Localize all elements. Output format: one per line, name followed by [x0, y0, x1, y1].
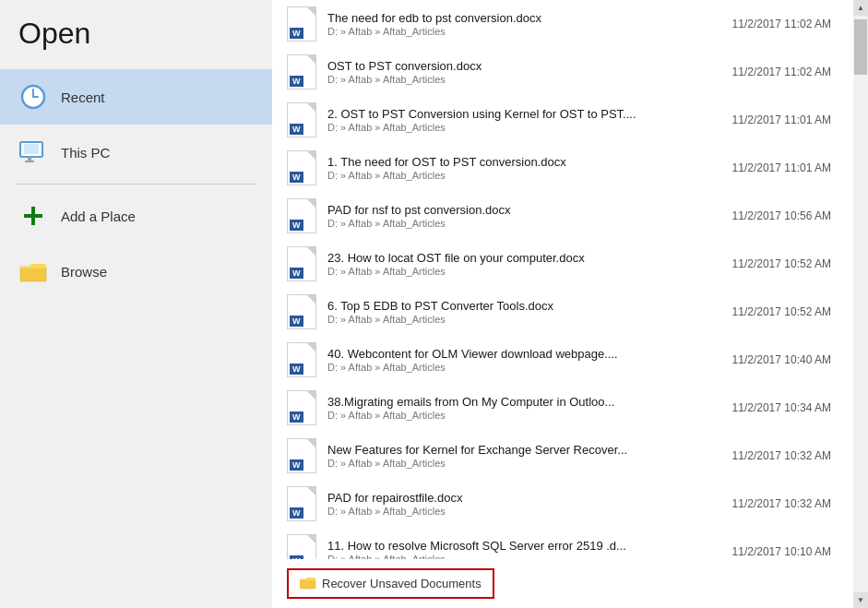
file-date: 11/2/2017 11:02 AM [732, 18, 831, 30]
file-info: 1. The need for OST to PST conversion.do… [327, 155, 721, 181]
file-name: The need for edb to pst conversion.docx [327, 11, 721, 25]
file-item[interactable]: W 23. How to locat OST file on your comp… [272, 240, 853, 288]
file-item[interactable]: W 2. OST to PST Conversion using Kernel … [272, 96, 853, 144]
word-doc-icon: W [287, 534, 316, 559]
file-info: 11. How to resolve Microsoft SQL Server … [327, 539, 721, 559]
file-path: D: » Aftab » Aftab_Articles [327, 410, 721, 421]
word-doc-icon: W [287, 6, 316, 42]
file-date: 11/2/2017 11:01 AM [732, 113, 831, 126]
file-item[interactable]: W OST to PST conversion.docx D: » Aftab … [272, 48, 853, 96]
file-path: D: » Aftab » Aftab_Articles [327, 74, 721, 85]
word-doc-icon: W [287, 438, 316, 473]
recover-button-label: Recover Unsaved Documents [322, 577, 482, 590]
file-name: 38.Migrating emails from On My Computer … [327, 395, 721, 409]
file-name: 23. How to locat OST file on your comput… [327, 251, 721, 265]
file-date: 11/2/2017 10:34 AM [732, 401, 831, 414]
word-doc-icon: W [287, 294, 316, 329]
sidebar-item-this-pc[interactable]: This PC [0, 125, 272, 180]
recover-unsaved-button[interactable]: Recover Unsaved Documents [287, 568, 494, 599]
file-info: PAD for repairostfile.docx D: » Aftab » … [327, 491, 721, 517]
svg-rect-4 [24, 144, 39, 154]
file-item[interactable]: W 38.Migrating emails from On My Compute… [272, 384, 853, 432]
bottom-bar: Recover Unsaved Documents [272, 559, 853, 608]
file-path: D: » Aftab » Aftab_Articles [327, 122, 721, 133]
page-title: Open [0, 0, 272, 69]
sidebar-item-recent[interactable]: Recent [0, 69, 272, 125]
file-item[interactable]: W 40. Webcontent for OLM Viewer download… [272, 336, 853, 384]
file-path: D: » Aftab » Aftab_Articles [327, 218, 721, 229]
file-name: 40. Webcontent for OLM Viewer download w… [327, 347, 721, 361]
file-item[interactable]: W New Features for Kernel for Exchange S… [272, 432, 853, 480]
file-path: D: » Aftab » Aftab_Articles [327, 458, 721, 469]
sidebar-item-recent-label: Recent [61, 89, 105, 105]
file-info: The need for edb to pst conversion.docx … [327, 11, 721, 37]
word-badge: W [290, 411, 303, 423]
file-item[interactable]: W 1. The need for OST to PST conversion.… [272, 144, 853, 192]
scrollbar[interactable]: ▲ ▼ [853, 0, 868, 608]
word-doc-icon: W [287, 342, 316, 377]
sidebar: Open Recent This PC [0, 0, 272, 608]
file-item[interactable]: W 6. Top 5 EDB to PST Converter Tools.do… [272, 288, 853, 336]
file-date: 11/2/2017 10:56 AM [732, 209, 831, 222]
scroll-track[interactable] [853, 16, 868, 592]
file-info: 23. How to locat OST file on your comput… [327, 251, 721, 277]
scroll-up-arrow[interactable]: ▲ [853, 0, 868, 16]
file-date: 11/2/2017 10:40 AM [732, 353, 831, 366]
pc-icon [18, 137, 48, 167]
sidebar-item-this-pc-label: This PC [61, 145, 110, 161]
file-date: 11/2/2017 11:02 AM [732, 66, 831, 78]
word-doc-icon: W [287, 54, 316, 89]
word-doc-icon: W [287, 390, 316, 425]
file-item[interactable]: W PAD for repairostfile.docx D: » Aftab … [272, 480, 853, 528]
file-date: 11/2/2017 10:52 AM [732, 305, 831, 318]
word-badge: W [290, 268, 303, 279]
word-doc-icon: W [287, 102, 316, 137]
file-date: 11/2/2017 10:10 AM [732, 545, 831, 558]
file-name: 11. How to resolve Microsoft SQL Server … [327, 539, 721, 553]
file-path: D: » Aftab » Aftab_Articles [327, 506, 721, 517]
file-path: D: » Aftab » Aftab_Articles [327, 314, 721, 325]
word-badge: W [290, 76, 303, 87]
svg-rect-11 [300, 579, 315, 589]
sidebar-item-browse[interactable]: Browse [0, 244, 272, 299]
svg-rect-6 [25, 161, 34, 162]
word-badge: W [290, 220, 303, 231]
file-info: New Features for Kernel for Exchange Ser… [327, 443, 721, 469]
file-info: 2. OST to PST Conversion using Kernel fo… [327, 107, 721, 133]
sidebar-item-browse-label: Browse [61, 264, 107, 280]
scroll-thumb[interactable] [854, 19, 867, 75]
word-badge: W [290, 555, 303, 559]
add-place-icon [18, 201, 48, 231]
word-badge: W [290, 124, 303, 135]
sidebar-item-add-place[interactable]: Add a Place [0, 188, 272, 244]
word-badge: W [290, 507, 303, 519]
svg-rect-8 [24, 214, 42, 218]
sidebar-divider [15, 184, 257, 185]
file-date: 11/2/2017 11:01 AM [732, 161, 831, 174]
file-date: 11/2/2017 10:32 AM [732, 449, 831, 462]
file-list: W The need for edb to pst conversion.doc… [272, 0, 853, 559]
recover-folder-icon [300, 575, 316, 592]
word-doc-icon: W [287, 246, 316, 281]
word-badge: W [290, 316, 303, 327]
file-name: OST to PST conversion.docx [327, 59, 721, 73]
file-path: D: » Aftab » Aftab_Articles [327, 26, 721, 37]
main-content: W The need for edb to pst conversion.doc… [272, 0, 853, 608]
file-item[interactable]: W PAD for nsf to pst conversion.docx D: … [272, 192, 853, 240]
svg-rect-10 [20, 267, 46, 281]
word-badge: W [290, 172, 303, 183]
file-name: New Features for Kernel for Exchange Ser… [327, 443, 721, 457]
file-name: PAD for repairostfile.docx [327, 491, 721, 505]
file-item[interactable]: W The need for edb to pst conversion.doc… [272, 0, 853, 48]
clock-icon [18, 82, 48, 112]
svg-rect-5 [28, 157, 31, 161]
word-badge: W [290, 459, 303, 471]
sidebar-item-add-place-label: Add a Place [61, 209, 136, 224]
file-name: PAD for nsf to pst conversion.docx [327, 203, 721, 217]
file-name: 6. Top 5 EDB to PST Converter Tools.docx [327, 299, 721, 313]
file-name: 2. OST to PST Conversion using Kernel fo… [327, 107, 721, 121]
file-info: 40. Webcontent for OLM Viewer download w… [327, 347, 721, 373]
file-info: OST to PST conversion.docx D: » Aftab » … [327, 59, 721, 85]
file-item[interactable]: W 11. How to resolve Microsoft SQL Serve… [272, 528, 853, 559]
scroll-down-arrow[interactable]: ▼ [853, 592, 868, 608]
